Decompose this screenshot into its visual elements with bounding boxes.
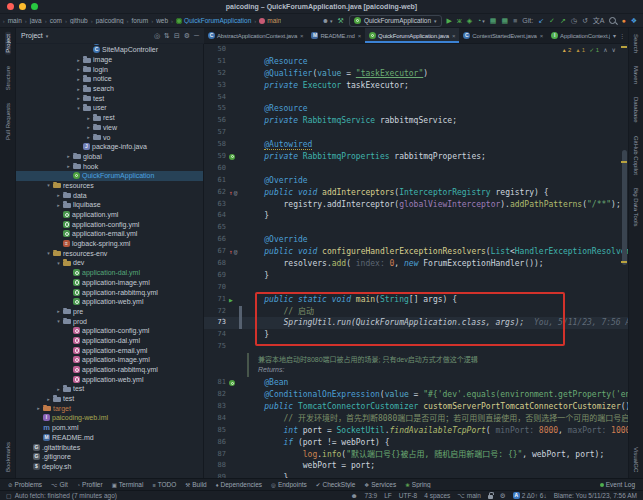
tree-chevron-icon[interactable]: ▾ bbox=[44, 250, 53, 256]
line-number[interactable]: 82 bbox=[204, 389, 228, 401]
minimize-button[interactable] bbox=[19, 3, 26, 10]
tree-item[interactable]: ▸vo bbox=[16, 132, 203, 142]
line-number[interactable]: 85 bbox=[204, 425, 228, 437]
tab-options-icon[interactable]: ⋮ bbox=[619, 32, 625, 39]
stop[interactable]: ■ bbox=[513, 16, 517, 26]
line-number[interactable]: 67 bbox=[204, 246, 228, 258]
profiler[interactable]: ◔▾ bbox=[477, 16, 485, 26]
zoom-button[interactable] bbox=[31, 3, 38, 10]
project-panel-title[interactable]: Project bbox=[21, 32, 43, 39]
tree-chevron-icon[interactable]: ▸ bbox=[74, 66, 83, 72]
run-gutter-icon[interactable]: ▶ bbox=[229, 294, 233, 306]
line-number[interactable]: 72 bbox=[204, 306, 228, 318]
line-number[interactable]: 57 bbox=[204, 127, 228, 139]
line-number[interactable]: 58 bbox=[204, 139, 228, 151]
warning-stripe-mark[interactable] bbox=[621, 261, 627, 263]
toolwindow-button-endpoints[interactable]: ◎Endpoints bbox=[271, 481, 307, 488]
line-number[interactable]: 86 bbox=[204, 437, 228, 449]
line-number[interactable]: 84 bbox=[204, 413, 228, 425]
line-number[interactable]: 56 bbox=[204, 115, 228, 127]
tree-item[interactable]: application-dal.yml bbox=[16, 336, 203, 346]
editor-tab[interactable]: CAbstractApplicationContext.java× bbox=[204, 28, 307, 43]
tree-chevron-icon[interactable]: ▸ bbox=[44, 396, 53, 402]
line-number[interactable]: 61 bbox=[204, 175, 228, 187]
tree-item[interactable]: Ipaicoding-web.iml bbox=[16, 413, 203, 423]
breadcrumb-item[interactable]: forum bbox=[132, 17, 149, 24]
spring-bean-icon[interactable] bbox=[229, 154, 235, 160]
spring-bean-icon[interactable] bbox=[229, 380, 235, 386]
warning-icon[interactable]: 2 bbox=[562, 46, 572, 54]
update-classes[interactable]: ▦ bbox=[501, 16, 508, 26]
breadcrumb-item[interactable]: main bbox=[8, 17, 22, 24]
annotation-gutter-icon[interactable]: @ bbox=[234, 246, 238, 258]
line-number[interactable]: 64 bbox=[204, 210, 228, 222]
codota-dot[interactable]: ● bbox=[621, 16, 625, 26]
line-number[interactable]: 52 bbox=[204, 68, 228, 80]
next-problem-icon[interactable] bbox=[612, 46, 616, 54]
stripe-button-maven[interactable]: Maven bbox=[633, 64, 639, 86]
code-editor[interactable]: 5051 @Resource52 @Qualifier(value = "tas… bbox=[204, 44, 628, 478]
ok-check-icon[interactable]: 1 bbox=[589, 46, 599, 54]
tree-item[interactable]: ▸global bbox=[16, 152, 203, 162]
git-push[interactable]: ↗ bbox=[560, 16, 566, 26]
toolwindow-button-spring[interactable]: ❀Spring bbox=[405, 481, 430, 488]
tree-item[interactable]: ▸test bbox=[16, 384, 203, 394]
tree-item[interactable]: ▸pre bbox=[16, 307, 203, 317]
tree-chevron-icon[interactable]: ▸ bbox=[54, 202, 63, 208]
caret-position[interactable]: 73:9 bbox=[365, 492, 378, 499]
code-with-me[interactable]: ☻▾ bbox=[322, 16, 333, 26]
tree-item[interactable]: application-rabbitmq.yml bbox=[16, 287, 203, 297]
tree-item[interactable]: Jpackage-info.java bbox=[16, 142, 203, 152]
line-number[interactable]: 53 bbox=[204, 80, 228, 92]
line-number[interactable]: 54 bbox=[204, 92, 228, 104]
stripe-button-github-copilot[interactable]: GitHub Copilot bbox=[633, 134, 639, 177]
run-configuration[interactable]: QuickForumApplication▾ bbox=[349, 15, 442, 27]
recent-history[interactable]: ◷ bbox=[571, 16, 577, 26]
warning-stripe-mark[interactable] bbox=[621, 161, 627, 163]
line-number[interactable]: 60 bbox=[204, 163, 228, 175]
override-icon[interactable]: ↑ bbox=[229, 187, 233, 199]
run-with-coverage[interactable]: ◈ bbox=[467, 16, 472, 26]
rollback[interactable]: ↺ bbox=[582, 16, 588, 26]
toolwindow-button-dependencies[interactable]: ♦Dependencies bbox=[216, 481, 262, 488]
tree-item[interactable]: ≡logback-spring.xml bbox=[16, 239, 203, 249]
tree-chevron-icon[interactable]: ▸ bbox=[54, 386, 63, 392]
close-button[interactable] bbox=[7, 3, 14, 10]
status-panel-icon[interactable]: ▢ bbox=[6, 492, 12, 499]
tree-item[interactable]: application-image.yml bbox=[16, 278, 203, 288]
update-running-application[interactable]: ▦ bbox=[490, 16, 497, 26]
git-branch[interactable]: ⌥main bbox=[457, 492, 481, 500]
debug[interactable]: ж bbox=[457, 16, 462, 26]
readonly-lock[interactable] bbox=[488, 493, 493, 499]
tree-item[interactable]: G.gitattributes bbox=[16, 442, 203, 452]
toolwindow-button-terminal[interactable]: ▣Terminal bbox=[112, 481, 144, 488]
line-number[interactable]: 51 bbox=[204, 56, 228, 68]
toolwindow-button-todo[interactable]: ≡TODO bbox=[152, 481, 176, 488]
tree-chevron-icon[interactable]: ▾ bbox=[74, 105, 83, 111]
breadcrumb-item[interactable]: github bbox=[70, 17, 88, 24]
line-number[interactable]: 55 bbox=[204, 103, 228, 115]
tree-item[interactable]: ▸search bbox=[16, 84, 203, 94]
close-icon[interactable]: × bbox=[358, 33, 361, 39]
toolwindow-button-services[interactable]: ❖Services bbox=[364, 481, 396, 488]
stripe-button-big-data-tools[interactable]: Big Data Tools bbox=[633, 186, 639, 229]
chevron-down-icon[interactable]: ▾ bbox=[46, 33, 49, 39]
stripe-button-project[interactable]: Project bbox=[5, 32, 11, 55]
line-number[interactable]: 68 bbox=[204, 258, 228, 270]
toolwindow-button-git[interactable]: ⌥Git bbox=[51, 481, 68, 488]
line-number[interactable]: 66 bbox=[204, 234, 228, 246]
tree-item[interactable]: ▾resources-env bbox=[16, 248, 203, 258]
tree-item[interactable]: application-web.yml bbox=[16, 374, 203, 384]
tree-item[interactable]: application-web.yml bbox=[16, 297, 203, 307]
toolwindow-button-build[interactable]: ⚒Build bbox=[185, 481, 206, 488]
run[interactable]: ▶ bbox=[447, 16, 452, 26]
tree-chevron-icon[interactable]: ▸ bbox=[64, 163, 73, 169]
auto-fetch-status[interactable]: Auto fetch: finished (7 minutes ago) bbox=[15, 492, 117, 499]
warning-stripe-mark[interactable] bbox=[621, 46, 627, 48]
tree-item[interactable]: G.gitignore bbox=[16, 452, 203, 462]
tree-chevron-icon[interactable]: ▾ bbox=[54, 318, 63, 324]
tree-item[interactable]: ▸hook bbox=[16, 161, 203, 171]
tree-chevron-icon[interactable]: ▸ bbox=[54, 308, 63, 314]
stripe-button-pull-requests[interactable]: Pull Requests bbox=[5, 101, 11, 142]
breadcrumb-item[interactable]: QuickForumApplication bbox=[176, 17, 251, 24]
